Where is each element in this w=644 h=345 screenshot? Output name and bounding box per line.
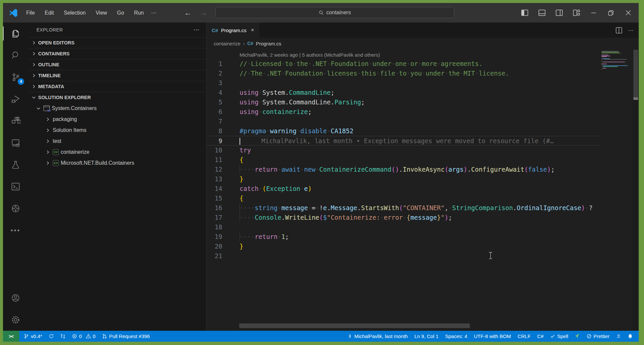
line-number: 6 [206,107,230,117]
toggle-panel-icon[interactable] [535,6,549,20]
extensions-icon[interactable] [3,110,28,132]
code-line-11[interactable]: 11{ [206,155,639,165]
breadcrumb-file[interactable]: Program.cs [256,41,281,46]
close-button[interactable] [621,6,635,20]
additional-views-icon[interactable]: ••• [3,219,28,241]
sync-status[interactable] [46,331,56,342]
chevron-icon [45,138,51,144]
tab-close-icon[interactable]: × [251,27,254,33]
code-line-7[interactable]: 7 [206,117,639,126]
code-line-2[interactable]: 2//·The·.NET·Foundation·licenses·this·fi… [206,69,639,78]
tree-item-test[interactable]: test [28,136,206,146]
code-line-15[interactable]: 15{ [206,194,639,203]
section-timeline[interactable]: TIMELINE [28,70,206,81]
language-mode[interactable]: C# [535,331,546,342]
compare-changes[interactable] [58,331,68,342]
code-line-18[interactable]: 18 [206,222,639,232]
menu-file[interactable]: File [22,9,39,17]
toggle-sidebar-icon[interactable] [517,6,532,20]
code-line-13[interactable]: 13} [206,174,639,184]
tree-item-microsoft-net-build-containers[interactable]: C#Microsoft.NET.Build.Containers [28,157,206,168]
section-outline[interactable]: OUTLINE [28,59,206,70]
chevron-down-icon [31,94,37,100]
toggle-secondary-sidebar-icon[interactable] [552,6,566,20]
testing-icon[interactable] [3,154,28,176]
run-debug-icon[interactable] [3,88,28,110]
code-line-6[interactable]: 6using·containerize; [206,107,639,117]
minimize-button[interactable] [586,6,601,20]
eol[interactable]: CRLF [515,331,533,342]
code-line-14[interactable]: 14catch·(Exception·e) [206,184,639,194]
forward-button[interactable]: → [200,9,207,17]
line-number: 21 [206,251,230,261]
section-solution-explorer[interactable]: SOLUTION EXPLORER [28,92,206,103]
tree-item-containerize[interactable]: C#containerize [28,146,206,157]
line-number: 15 [206,194,230,203]
compass-extension-icon[interactable] [3,198,28,219]
encoding[interactable]: UTF-8 with BOM [471,331,514,342]
remote-indicator[interactable]: >< [3,331,19,342]
remote-explorer-icon[interactable] [3,132,28,154]
code-line-20[interactable]: 20} [206,242,639,251]
tree-item-system-containers[interactable]: ∞System.Containers [28,103,206,114]
sidebar-title: EXPLORER [36,27,63,32]
menu-run[interactable]: Run [130,9,148,17]
code-line-21[interactable]: 21 [206,251,639,261]
code-line-12[interactable]: 12····return·await·new·ContainerizeComma… [206,165,639,174]
code-line-8[interactable]: 8#pragma·warning·disable·CA1852 [206,126,639,136]
source-control-icon[interactable]: 4 [3,66,28,88]
code-line-10[interactable]: 10try [206,145,639,155]
indentation[interactable]: Spaces: 4 [443,331,470,342]
restore-button[interactable] [604,6,618,20]
extension-plant[interactable] [572,331,583,342]
code-line-16[interactable]: 16····string·message·=·!e.Message.Starts… [206,203,639,213]
section-open-editors[interactable]: OPEN EDITORS [28,37,206,48]
back-button[interactable]: ← [184,9,191,17]
code-line-19[interactable]: 19····return·1; [206,232,639,242]
problems[interactable]: 00 [69,331,98,342]
menu-go[interactable]: Go [113,9,128,17]
customize-layout-icon[interactable] [569,6,584,20]
section-metadata[interactable]: METADATA [28,81,206,92]
search-view-icon[interactable] [3,44,28,66]
code-line-5[interactable]: 5using·System.CommandLine.Parsing; [206,97,639,107]
code-line-3[interactable]: 3 [206,78,639,88]
branch-status[interactable]: v0.4* [21,331,45,342]
codelens-authors[interactable]: MichalPavlik, 2 weeks ago | 5 authors (M… [240,51,639,59]
accounts-icon[interactable] [3,287,28,309]
explorer-more-actions[interactable]: ⋯ [193,26,200,33]
tree-item-solution-items[interactable]: Solution Items [28,125,206,136]
breadcrumb-folder[interactable]: containerize [214,41,241,46]
horizontal-scrollbar-thumb[interactable] [239,323,470,328]
minimap[interactable] [601,49,633,331]
command-center-search[interactable]: containers [215,7,454,18]
terminal-view-icon[interactable] [3,176,28,198]
cursor-position[interactable]: Ln 9, Col 1 [412,331,441,342]
blame-status[interactable]: MichalPavlik, last month [345,331,410,342]
menu-view[interactable]: View [92,9,111,17]
chevron-right-icon [31,51,37,57]
pull-request[interactable]: Pull Request #396 [100,331,153,342]
code-line-4[interactable]: 4using·System.CommandLine; [206,88,639,97]
menu-selection[interactable]: Selection [60,9,90,17]
section-containers[interactable]: CONTAINERS [28,48,206,59]
settings-gear-icon[interactable] [3,309,28,331]
notifications-bell[interactable] [625,331,635,342]
spell-checker[interactable]: Spell [547,331,571,342]
vertical-scrollbar-thumb[interactable] [633,50,638,100]
feedback[interactable] [613,331,624,342]
vertical-scrollbar[interactable] [633,49,639,331]
code-editor[interactable]: MichalPavlik, 2 weeks ago | 5 authors (M… [206,49,639,331]
menu-edit[interactable]: Edit [41,9,58,17]
split-editor-icon[interactable] [616,27,622,33]
explorer-icon[interactable] [3,23,28,44]
code-line-1[interactable]: 1//·Licensed·to·the·.NET·Foundation·unde… [206,59,639,69]
code-line-9[interactable]: 9MichalPavlik, last month • Exception me… [206,136,639,145]
tree-item-packaging[interactable]: packaging [28,114,206,125]
editor-more-actions[interactable]: ⋯ [628,27,634,33]
prettier[interactable]: Prettier [584,331,612,342]
menu-overflow-button[interactable]: ⋯ [148,8,160,17]
code-line-17[interactable]: 17····Console.WriteLine($"Containerize:·… [206,213,639,222]
tab-program-cs[interactable]: C# Program.cs × [206,23,259,38]
plant-icon [575,334,580,339]
